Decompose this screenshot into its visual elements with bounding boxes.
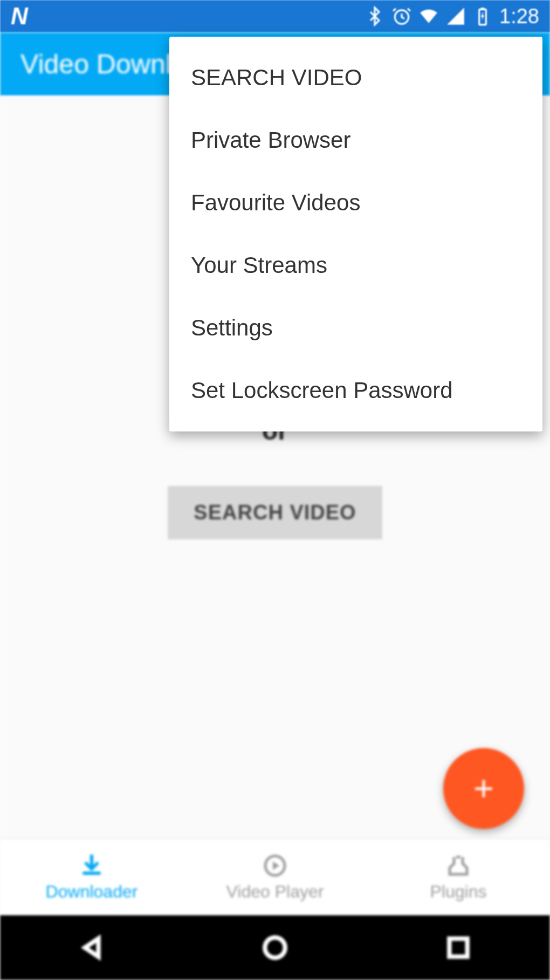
nav-label: Downloader [46, 882, 138, 902]
back-icon[interactable] [78, 934, 105, 961]
menu-set-lockscreen-password[interactable]: Set Lockscreen Password [169, 359, 542, 422]
search-video-button[interactable]: SEARCH VIDEO [168, 486, 382, 539]
menu-private-browser[interactable]: Private Browser [169, 109, 542, 172]
status-right: 1:28 [365, 5, 539, 28]
nav-downloader[interactable]: Downloader [0, 839, 183, 915]
nav-label: Plugins [430, 882, 487, 902]
notification-icon: N [11, 3, 28, 30]
battery-icon [472, 6, 493, 26]
menu-search-video[interactable]: SEARCH VIDEO [169, 46, 542, 109]
bottom-nav: Downloader Video Player Plugins [0, 839, 550, 915]
android-nav-bar [0, 915, 550, 980]
status-bar: N 1:28 [0, 0, 550, 32]
fab-add-button[interactable]: + [443, 748, 524, 829]
plugin-icon [445, 853, 471, 879]
app-title: Video Downlo [20, 49, 187, 80]
overflow-menu: SEARCH VIDEO Private Browser Favourite V… [169, 37, 542, 431]
alarm-icon [391, 6, 412, 26]
svg-point-4 [265, 937, 285, 958]
menu-your-streams[interactable]: Your Streams [169, 234, 542, 297]
plus-icon: + [473, 769, 493, 808]
nav-plugins[interactable]: Plugins [367, 839, 550, 915]
bluetooth-icon [365, 6, 385, 26]
clock-text: 1:28 [499, 5, 539, 28]
svg-rect-2 [481, 8, 484, 9]
svg-rect-5 [449, 938, 467, 956]
download-icon [79, 853, 105, 879]
nav-video-player[interactable]: Video Player [183, 839, 367, 915]
play-icon [262, 853, 288, 879]
signal-icon [445, 6, 466, 26]
home-icon[interactable] [262, 934, 288, 961]
status-left: N [11, 3, 28, 30]
wifi-icon [418, 6, 439, 26]
nav-label: Video Player [226, 882, 324, 902]
menu-settings[interactable]: Settings [169, 297, 542, 359]
menu-favourite-videos[interactable]: Favourite Videos [169, 172, 542, 234]
recents-icon[interactable] [445, 934, 472, 961]
